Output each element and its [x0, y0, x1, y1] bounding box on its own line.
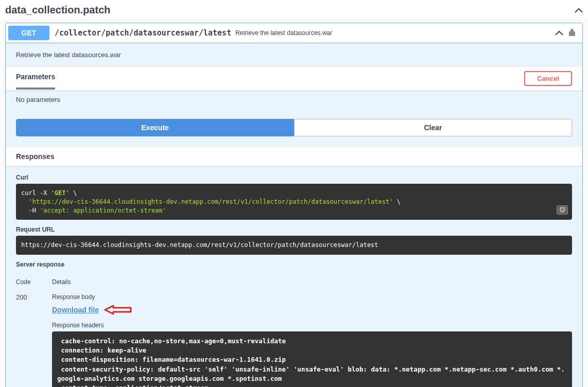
- response-table-header: Code Details: [6, 271, 582, 288]
- arrow-annotation-icon: [104, 303, 132, 316]
- section-header[interactable]: data_collection.patch: [0, 0, 588, 21]
- method-badge: GET: [8, 26, 49, 40]
- execute-wrapper: Execute Clear: [6, 114, 582, 147]
- execute-button[interactable]: Execute: [16, 119, 294, 136]
- response-headers-block: cache-control: no-cache,no-store,max-age…: [52, 331, 572, 387]
- curl-code-block: curl -X 'GET' \ 'https://dev-cis-36644.c…: [16, 184, 572, 220]
- section-title: data_collection.patch: [5, 4, 111, 16]
- curl-label: Curl: [16, 174, 572, 181]
- clear-button[interactable]: Clear: [294, 119, 572, 136]
- summary-icons: [555, 28, 580, 38]
- svg-rect-0: [560, 208, 564, 212]
- response-body-label: Response body: [52, 293, 572, 301]
- chevron-up-icon[interactable]: [555, 29, 563, 37]
- curl-h: -H: [28, 207, 40, 214]
- code-column-header: Code: [16, 278, 52, 286]
- parameters-header: Parameters Cancel: [6, 66, 582, 91]
- curl-prefix: curl -X: [21, 189, 51, 197]
- details-column-header: Details: [52, 278, 572, 286]
- lock-icon[interactable]: [568, 28, 576, 38]
- curl-method: 'GET': [51, 189, 70, 197]
- operation-summary: Retrieve the latest datasources.war: [235, 29, 555, 37]
- responses-header: Responses: [6, 147, 582, 166]
- cancel-button[interactable]: Cancel: [524, 71, 572, 86]
- request-url-block: https://dev-cis-36644.cloudinsights-dev.…: [16, 236, 572, 255]
- curl-url: 'https://dev-cis-36644.cloudinsights-dev…: [28, 198, 393, 205]
- opblock-summary[interactable]: GET /collector/patch/datasourceswar/late…: [5, 23, 583, 43]
- copy-icon[interactable]: [557, 205, 568, 215]
- response-row: 200 Response body Download file Response…: [6, 288, 582, 387]
- request-url-label: Request URL: [16, 226, 572, 233]
- download-file-link[interactable]: Download file: [52, 306, 99, 314]
- curl-section: Curl curl -X 'GET' \ 'https://dev-cis-36…: [6, 166, 582, 268]
- server-response-label: Server response: [16, 261, 572, 268]
- no-parameters-text: No parameters: [6, 91, 582, 114]
- opblock-body: Retrieve the latest datasources.war Para…: [5, 43, 583, 387]
- svg-rect-1: [561, 207, 565, 211]
- response-headers-label: Response headers: [52, 322, 572, 329]
- status-code: 200: [16, 293, 52, 387]
- curl-header-val: 'accept: application/octet-stream': [40, 207, 166, 214]
- chevron-up-icon[interactable]: [575, 6, 583, 14]
- response-details: Response body Download file Response hea…: [52, 293, 572, 387]
- parameters-title: Parameters: [16, 73, 55, 85]
- operation-path: /collector/patch/datasourceswar/latest: [55, 28, 231, 38]
- operation-description: Retrieve the latest datasources.war: [6, 43, 582, 66]
